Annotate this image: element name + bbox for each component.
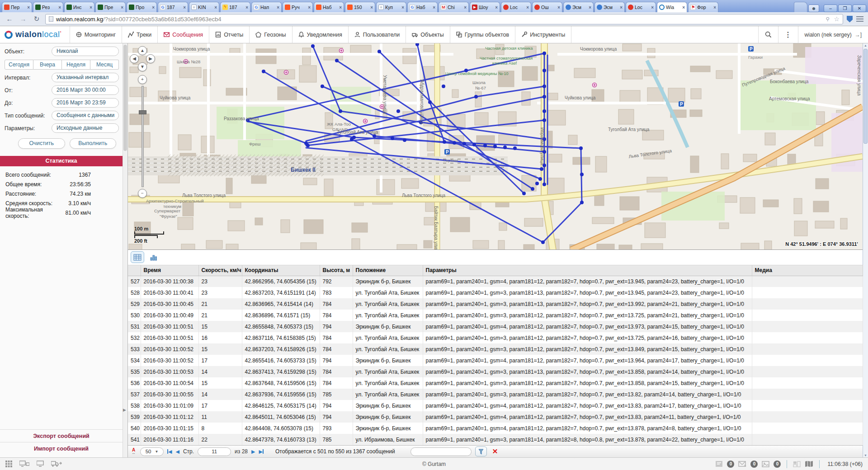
tab-close-icon[interactable]: ×	[308, 5, 311, 10]
chart-view-button[interactable]	[147, 251, 160, 263]
clear-button[interactable]: Очистить	[18, 138, 65, 149]
next-page-button[interactable]: ▶	[251, 449, 255, 455]
message-row[interactable]: 5402016-03-30 11:01:15842.864408, 74.605…	[128, 423, 863, 434]
tab-close-icon[interactable]: ×	[277, 5, 279, 10]
browser-tab[interactable]: Wia×	[657, 2, 687, 12]
message-row[interactable]: 5272016-03-30 11:00:382342.8662956, 74.6…	[128, 276, 863, 287]
tab-close-icon[interactable]: ×	[27, 5, 30, 10]
clear-filter-icon[interactable]: ✕	[492, 447, 498, 456]
forward-button[interactable]: →	[18, 14, 28, 24]
browser-tab[interactable]: GНаб×	[407, 2, 438, 12]
browser-tab[interactable]: ϟ187×	[220, 2, 250, 12]
message-row[interactable]: 5332016-03-30 11:00:521542.8637203, 74.6…	[128, 343, 863, 355]
tab-close-icon[interactable]: ×	[495, 5, 498, 10]
browser-profile-button[interactable]: ☻	[808, 5, 819, 12]
message-row[interactable]: 5282016-03-30 11:00:412342.8637203, 74.6…	[128, 287, 863, 298]
column-header[interactable]: Параметры	[423, 265, 752, 276]
import-messages-link[interactable]: Импорт сообщений	[0, 442, 123, 455]
browser-tab[interactable]: Про×	[127, 2, 157, 12]
logout-icon[interactable]: →]	[855, 32, 862, 38]
shield-icon[interactable]	[847, 16, 853, 23]
more-options-icon[interactable]: ⋮	[778, 26, 798, 43]
sidebar-collapse-arrow[interactable]: ▶	[123, 408, 126, 412]
notifications-doc-icon[interactable]	[715, 461, 723, 467]
refresh-button[interactable]: ↻	[32, 14, 42, 24]
tab-close-icon[interactable]: ×	[339, 5, 342, 10]
browser-tab[interactable]: Рез×	[33, 2, 63, 12]
column-header[interactable]: Медиа	[752, 265, 863, 276]
message-row[interactable]: 5302016-03-30 11:00:492142.8636896, 74.6…	[128, 310, 863, 321]
browser-tab[interactable]: ⚑Фор×	[688, 2, 718, 12]
tab-close-icon[interactable]: ×	[58, 5, 61, 10]
message-row[interactable]: 5372016-03-30 11:00:551442.8637936, 74.6…	[128, 389, 863, 400]
tab-close-icon[interactable]: ×	[183, 5, 186, 10]
tab-close-icon[interactable]: ×	[401, 5, 404, 10]
browser-tab[interactable]: Loc×	[626, 2, 656, 12]
field-input[interactable]: Сообщения с данными	[52, 111, 119, 120]
tab-close-icon[interactable]: ×	[214, 5, 217, 10]
nav-item-messages[interactable]: Сообщения	[157, 26, 209, 43]
message-row[interactable]: 5342016-03-30 11:00:521742.8655416, 74.6…	[128, 355, 863, 366]
messages-table[interactable]: ВремяСкорость, км/чКоординатыВысота, мПо…	[128, 265, 863, 446]
browser-tab[interactable]: Эсм×	[563, 2, 594, 12]
tab-close-icon[interactable]: ×	[682, 5, 685, 10]
tab-close-icon[interactable]: ×	[152, 5, 155, 10]
column-header[interactable]: Положение	[353, 265, 423, 276]
message-row[interactable]: 5352016-03-30 11:00:531442.8637413, 74.6…	[128, 366, 863, 377]
address-bar[interactable]: wialon.realcom.kg/?sid=007720cbeb53a6b68…	[45, 14, 843, 24]
user-menu[interactable]: wialon (nek sergey) →]	[798, 26, 868, 43]
tab-close-icon[interactable]: ×	[370, 5, 373, 10]
object-input[interactable]: Николай	[52, 47, 119, 56]
nav-item-tools[interactable]: Инструменты	[515, 26, 571, 43]
column-header[interactable]: Скорость, км/ч	[198, 265, 242, 276]
tab-close-icon[interactable]: ×	[651, 5, 654, 10]
nav-item-monitoring[interactable]: Мониторинг	[70, 26, 122, 43]
browser-tab[interactable]: Эсм×	[594, 2, 625, 12]
tab-close-icon[interactable]: ×	[245, 5, 248, 10]
browser-tab[interactable]: MChi×	[439, 2, 469, 12]
page-scrollbar[interactable]: ▲ ▼	[863, 43, 868, 457]
tab-close-icon[interactable]: ×	[526, 5, 529, 10]
pan-right-button[interactable]: ▶	[146, 54, 155, 63]
execute-button[interactable]: Выполнить	[70, 138, 117, 149]
minimize-button[interactable]: –	[824, 5, 837, 12]
pan-up-button[interactable]: ▲	[138, 46, 147, 55]
browser-tab[interactable]: G187×	[158, 2, 188, 12]
tab-close-icon[interactable]: ×	[464, 5, 467, 10]
message-row[interactable]: 5322016-03-30 11:00:511642.8637116, 74.6…	[128, 332, 863, 343]
quick-tab[interactable]: Сегодня	[5, 60, 33, 70]
monitoring-panel-icon[interactable]	[19, 461, 29, 467]
message-row[interactable]: 5412016-03-30 11:01:162242.8647378, 74.6…	[128, 434, 863, 445]
apps-grid-icon[interactable]	[5, 461, 12, 467]
tab-close-icon[interactable]: ×	[557, 5, 560, 10]
zoom-slider[interactable]	[142, 86, 144, 187]
search-icon[interactable]	[758, 26, 778, 43]
bookmark-star-icon[interactable]: ☆	[834, 15, 840, 23]
browser-tab[interactable]: Инс×	[64, 2, 94, 12]
nav-item-tracks[interactable]: Треки	[122, 26, 157, 43]
tab-close-icon[interactable]: ×	[90, 5, 92, 10]
nav-item-reports[interactable]: Отчеты	[209, 26, 249, 43]
quick-tab[interactable]: Месяц	[90, 60, 119, 70]
page-size-select[interactable]: 50▼	[140, 447, 164, 456]
export-messages-link[interactable]: Экспорт сообщений	[0, 429, 123, 442]
table-view-button[interactable]	[131, 251, 144, 263]
browser-tab[interactable]: ≡KIN×	[189, 2, 219, 12]
media-icon[interactable]	[762, 461, 769, 467]
close-button[interactable]: ✕	[853, 5, 866, 12]
nav-item-unit-groups[interactable]: Группы объектов	[450, 26, 515, 43]
pan-down-button[interactable]: ▼	[138, 62, 147, 71]
column-header[interactable]	[128, 265, 141, 276]
logistics-truck-icon[interactable]	[51, 461, 62, 467]
browser-tab[interactable]: ▶Шоу×	[470, 2, 500, 12]
pin-icon[interactable]: ⚲	[826, 16, 829, 22]
nav-item-users[interactable]: Пользователи	[348, 26, 406, 43]
browser-menu-icon[interactable]	[856, 16, 863, 22]
column-header[interactable]: Время	[141, 265, 198, 276]
message-row[interactable]: 5292016-03-30 11:00:452142.8636965, 74.6…	[128, 298, 863, 310]
browser-tab[interactable]: Руч×	[283, 2, 313, 12]
map[interactable]: PPP Чокморова улицаЧокморова улицаШкола …	[128, 43, 863, 250]
browser-tab[interactable]: Loc×	[501, 2, 531, 12]
column-header[interactable]: Высота, м	[320, 265, 353, 276]
tab-close-icon[interactable]: ×	[121, 5, 123, 10]
